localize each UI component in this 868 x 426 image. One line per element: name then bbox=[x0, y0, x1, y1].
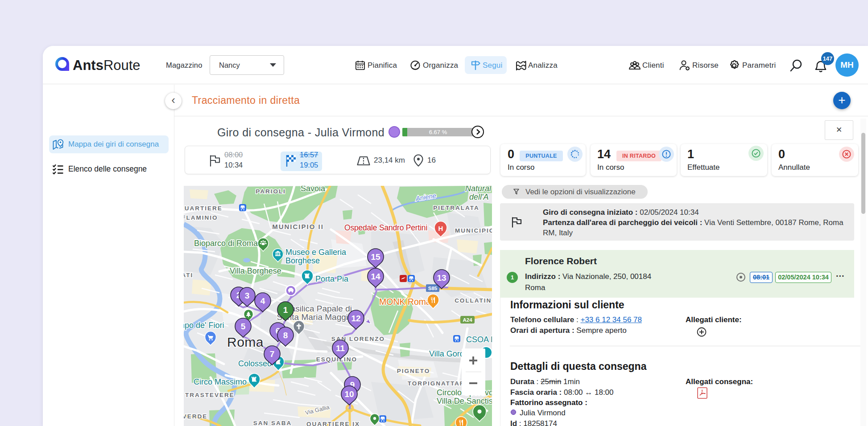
svg-text:FLAMINIO: FLAMINIO bbox=[184, 214, 218, 221]
svg-text:1: 1 bbox=[283, 305, 288, 315]
svg-text:dell'A: dell'A bbox=[469, 193, 488, 201]
svg-text:TORPIGNATTARA: TORPIGNATTARA bbox=[408, 380, 471, 387]
svg-text:Savoia: Savoia bbox=[301, 186, 326, 193]
svg-text:5: 5 bbox=[241, 322, 246, 331]
svg-text:Bioparco di Roma: Bioparco di Roma bbox=[194, 239, 258, 248]
svg-text:14: 14 bbox=[371, 272, 380, 281]
svg-text:Natural: Natural bbox=[465, 186, 492, 193]
svg-text:Museo e Galleria: Museo e Galleria bbox=[285, 248, 347, 257]
svg-text:PIETRALATA: PIETRALATA bbox=[433, 205, 479, 211]
svg-text:Porta Pia: Porta Pia bbox=[315, 274, 349, 283]
svg-text:12: 12 bbox=[351, 314, 360, 323]
svg-text:Borghese: Borghese bbox=[285, 256, 320, 265]
svg-text:TRASTEVERE: TRASTEVERE bbox=[185, 392, 235, 398]
svg-text:13: 13 bbox=[437, 273, 446, 283]
svg-text:Campo de' Fiori: Campo de' Fiori bbox=[184, 321, 224, 330]
svg-text:Circo Massimo: Circo Massimo bbox=[194, 377, 247, 386]
svg-text:Colosseo: Colosseo bbox=[238, 359, 272, 368]
svg-text:8: 8 bbox=[283, 331, 288, 340]
svg-text:Basilica Papale di: Basilica Papale di bbox=[285, 304, 352, 313]
svg-text:S85: S85 bbox=[428, 286, 438, 291]
svg-text:H: H bbox=[438, 225, 443, 232]
svg-text:10: 10 bbox=[344, 389, 354, 399]
svg-text:CSOA Fo: CSOA Fo bbox=[466, 335, 492, 344]
svg-text:PARIOLI: PARIOLI bbox=[256, 188, 286, 195]
svg-text:RATI: RATI bbox=[184, 272, 193, 279]
svg-text:3: 3 bbox=[245, 291, 250, 300]
svg-text:MUNICIPIO II: MUNICIPIO II bbox=[272, 223, 324, 230]
svg-text:Roma: Roma bbox=[227, 335, 264, 349]
svg-text:QUARTIERE IX: QUARTIERE IX bbox=[306, 421, 360, 426]
svg-text:MONK Roma: MONK Roma bbox=[379, 297, 431, 307]
svg-text:QUARTIERE: QUARTIERE bbox=[184, 205, 223, 212]
svg-text:SAN SABA: SAN SABA bbox=[253, 420, 292, 426]
svg-text:COLLATINO: COLLATINO bbox=[455, 297, 492, 304]
svg-text:Villa Borghese: Villa Borghese bbox=[230, 266, 281, 275]
svg-text:15: 15 bbox=[371, 252, 380, 262]
svg-text:ESQUILINO: ESQUILINO bbox=[316, 356, 357, 363]
svg-text:A24: A24 bbox=[463, 317, 472, 323]
svg-text:11: 11 bbox=[336, 344, 345, 353]
svg-text:MUNICIPIO: MUNICIPIO bbox=[455, 227, 492, 234]
svg-text:Ospedale Sandro Pertini: Ospedale Sandro Pertini bbox=[344, 223, 427, 232]
svg-text:PIGNETO: PIGNETO bbox=[397, 368, 430, 374]
svg-text:Villa De Sanctis: Villa De Sanctis bbox=[437, 397, 492, 406]
svg-text:7: 7 bbox=[270, 349, 275, 359]
svg-text:4: 4 bbox=[260, 296, 265, 306]
svg-text:VERDE: VERDE bbox=[184, 413, 207, 420]
